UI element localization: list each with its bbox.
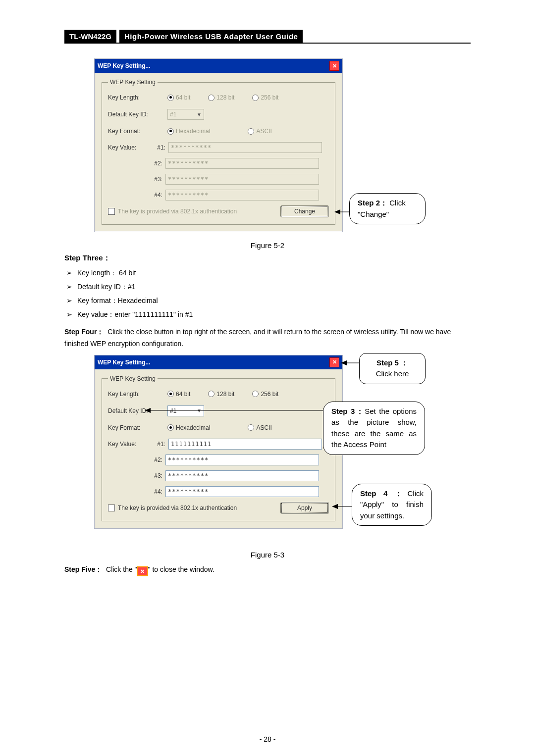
callout-step5: Step 5 ：Click here bbox=[359, 353, 426, 384]
chevron-down-icon: ▼ bbox=[197, 408, 202, 413]
model-badge: TL-WN422G bbox=[64, 30, 116, 43]
radio-128bit[interactable]: 128 bit bbox=[208, 391, 234, 398]
callout-step4: Step 4 ：Click "Apply" to finish your set… bbox=[352, 484, 432, 526]
doc-header: TL-WN422G High-Power Wireless USB Adapte… bbox=[64, 30, 471, 44]
key-format-label: Key Format: bbox=[108, 424, 162, 431]
callout-step3: Step 3：Set the options as the picture sh… bbox=[323, 402, 425, 455]
radio-ascii[interactable]: ASCII bbox=[248, 128, 271, 135]
chevron-down-icon: ▼ bbox=[197, 112, 202, 117]
figure-5-3-block: WEP Key Setting... ✕ WEP Key Setting Key… bbox=[64, 355, 471, 529]
list-item: Default key ID：#1 bbox=[77, 280, 471, 294]
kv1-label: #1: bbox=[150, 441, 165, 448]
default-key-select[interactable]: #1 ▼ bbox=[167, 109, 204, 120]
kv2-label: #2: bbox=[147, 160, 162, 167]
radio-64bit[interactable]: 64 bit bbox=[167, 94, 190, 101]
page-number: - 28 - bbox=[0, 735, 535, 743]
kv1-input[interactable]: ********** bbox=[168, 142, 322, 153]
wep-dialog-2: WEP Key Setting... ✕ WEP Key Setting Key… bbox=[94, 355, 343, 529]
figure-label: Figure 5-3 bbox=[64, 551, 471, 559]
kv3-input[interactable]: ********** bbox=[165, 174, 319, 185]
key-length-label: Key Length: bbox=[108, 94, 162, 101]
default-key-select[interactable]: #1 ▼ bbox=[167, 405, 204, 416]
radio-hex[interactable]: Hexadecimal bbox=[167, 424, 210, 431]
kv1-input[interactable]: 1111111111 bbox=[168, 439, 322, 450]
group-legend: WEP Key Setting bbox=[108, 375, 158, 382]
radio-hex[interactable]: Hexadecimal bbox=[167, 128, 210, 135]
kv4-input[interactable]: ********** bbox=[165, 486, 319, 497]
key-length-label: Key Length: bbox=[108, 391, 162, 398]
radio-256bit[interactable]: 256 bit bbox=[252, 94, 278, 101]
kv2-input[interactable]: ********** bbox=[165, 158, 319, 169]
kv4-label: #4: bbox=[147, 488, 162, 495]
apply-button[interactable]: Apply bbox=[280, 502, 329, 514]
key-value-label: Key Value: bbox=[108, 441, 147, 448]
close-icon[interactable]: ✕ bbox=[329, 357, 339, 367]
step-three-list: Key length： 64 bit Default key ID：#1 Key… bbox=[64, 266, 471, 321]
step-three-heading: Step Three： bbox=[64, 253, 471, 263]
key-format-label: Key Format: bbox=[108, 128, 162, 135]
step-four-paragraph: Step Four： Click the close button in top… bbox=[64, 326, 471, 350]
kv1-label: #1: bbox=[150, 144, 165, 151]
kv2-label: #2: bbox=[147, 456, 162, 463]
kv3-input[interactable]: ********** bbox=[165, 470, 319, 481]
figure-label: Figure 5-2 bbox=[64, 241, 471, 250]
default-key-label: Default Key ID: bbox=[108, 111, 162, 118]
list-item: Key value：enter "1111111111" in #1 bbox=[77, 307, 471, 321]
close-icon: ✕ bbox=[137, 566, 148, 576]
key-value-label: Key Value: bbox=[108, 144, 147, 151]
kv2-input[interactable]: ********** bbox=[165, 454, 319, 465]
auth-checkbox[interactable]: The key is provided via 802.1x authentic… bbox=[108, 208, 237, 215]
list-item: Key length： 64 bit bbox=[77, 266, 471, 280]
radio-128bit[interactable]: 128 bit bbox=[208, 94, 234, 101]
dialog-title: WEP Key Setting... bbox=[98, 62, 150, 69]
radio-ascii[interactable]: ASCII bbox=[248, 424, 271, 431]
kv4-label: #4: bbox=[147, 192, 162, 199]
change-button[interactable]: Change bbox=[280, 205, 329, 217]
default-key-label: Default Key ID: bbox=[108, 407, 162, 414]
list-item: Key format：Hexadecimal bbox=[77, 294, 471, 307]
group-legend: WEP Key Setting bbox=[108, 79, 158, 86]
dialog-title: WEP Key Setting... bbox=[98, 359, 150, 366]
step-five-paragraph: Step Five： Click the "✕" to close the wi… bbox=[64, 564, 471, 577]
kv3-label: #3: bbox=[147, 176, 162, 183]
figure-5-2-block: WEP Key Setting... ✕ WEP Key Setting Key… bbox=[64, 58, 471, 232]
auth-checkbox[interactable]: The key is provided via 802.1x authentic… bbox=[108, 504, 237, 511]
doc-title: High-Power Wireless USB Adapter User Gui… bbox=[119, 30, 303, 43]
kv4-input[interactable]: ********** bbox=[165, 190, 319, 201]
wep-dialog-1: WEP Key Setting... ✕ WEP Key Setting Key… bbox=[94, 58, 343, 232]
radio-64bit[interactable]: 64 bit bbox=[167, 391, 190, 398]
close-icon[interactable]: ✕ bbox=[329, 61, 339, 71]
callout-step2: Step 2： Click "Change" bbox=[349, 193, 426, 224]
kv3-label: #3: bbox=[147, 472, 162, 479]
radio-256bit[interactable]: 256 bit bbox=[252, 391, 278, 398]
